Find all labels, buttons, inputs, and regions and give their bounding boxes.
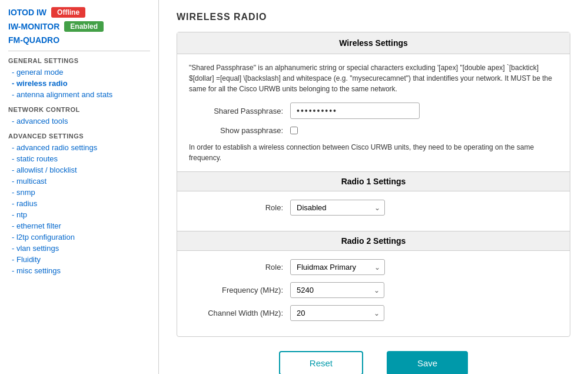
- sidebar-item-misc-settings[interactable]: - misc settings: [8, 265, 150, 276]
- sidebar-item-antenna[interactable]: - antenna alignment and stats: [8, 89, 150, 100]
- passphrase-input[interactable]: [290, 102, 420, 119]
- sidebar-item-ethernet-filter[interactable]: - ethernet filter: [8, 220, 150, 231]
- radio1-body: Role: Disabled Fluidmax Primary Fluidmax…: [177, 191, 570, 231]
- passphrase-row: Shared Passphrase:: [189, 102, 558, 119]
- device-name-iotod[interactable]: IOTOD IW: [8, 8, 46, 17]
- show-passphrase-row: Show passphrase:: [189, 126, 558, 135]
- radio2-frequency-label: Frequency (MHz):: [189, 286, 283, 294]
- radio1-header: Radio 1 Settings: [177, 171, 570, 191]
- page-title: WIRELESS RADIO: [177, 12, 570, 22]
- device-name-iwmonitor[interactable]: IW-MONITOR: [8, 22, 59, 31]
- show-passphrase-label: Show passphrase:: [189, 126, 283, 135]
- sidebar-item-radius[interactable]: - radius: [8, 198, 150, 209]
- sidebar-item-allowlist-blocklist[interactable]: - allowlist / blocklist: [8, 164, 150, 176]
- sidebar-item-l2tp[interactable]: - l2tp configuration: [8, 231, 150, 243]
- radio1-role-select-wrapper: Disabled Fluidmax Primary Fluidmax Secon…: [290, 200, 385, 216]
- sidebar-item-advanced-radio-settings[interactable]: - advanced radio settings: [8, 142, 150, 153]
- radio2-channel-width-label: Channel Width (MHz):: [189, 309, 283, 317]
- radio1-role-select[interactable]: Disabled Fluidmax Primary Fluidmax Secon…: [290, 200, 385, 216]
- device-badge-iwmonitor: Enabled: [64, 21, 104, 32]
- reset-button[interactable]: Reset: [279, 351, 363, 374]
- sidebar-item-general-mode[interactable]: - general mode: [8, 67, 150, 78]
- passphrase-description: "Shared Passphrase" is an alphanumeric s…: [189, 62, 558, 94]
- show-passphrase-checkbox[interactable]: [290, 127, 298, 134]
- section-label-network: NETWORK CONTROL: [8, 106, 150, 113]
- wireless-settings-header: Wireless Settings: [177, 32, 570, 54]
- sidebar-item-static-routes[interactable]: - static routes: [8, 153, 150, 164]
- radio2-frequency-select[interactable]: 5180 5200 5220 5240 5260 5280 5300 5320: [290, 282, 384, 298]
- sidebar-item-snmp[interactable]: - snmp: [8, 187, 150, 198]
- connection-info-text: In order to establish a wireless connect…: [189, 142, 558, 163]
- button-row: Reset Save: [177, 351, 570, 374]
- sidebar-divider-1: [8, 51, 150, 51]
- radio1-role-row: Role: Disabled Fluidmax Primary Fluidmax…: [189, 200, 558, 216]
- radio2-role-select[interactable]: Disabled Fluidmax Primary Fluidmax Secon…: [290, 259, 385, 275]
- section-label-advanced: ADVANCED SETTINGS: [8, 133, 150, 140]
- wireless-settings-card: Wireless Settings "Shared Passphrase" is…: [177, 32, 570, 337]
- radio2-header: Radio 2 Settings: [177, 231, 570, 251]
- radio2-frequency-row: Frequency (MHz): 5180 5200 5220 5240 526…: [189, 282, 558, 298]
- radio2-role-label: Role:: [189, 263, 283, 272]
- sidebar: IOTOD IW Offline IW-MONITOR Enabled FM-Q…: [0, 0, 159, 374]
- device-name-fmquadro[interactable]: FM-QUADRO: [8, 35, 59, 45]
- device-iw-monitor: IW-MONITOR Enabled: [8, 21, 150, 32]
- sidebar-item-vlan-settings[interactable]: - vlan settings: [8, 243, 150, 254]
- radio2-channel-width-row: Channel Width (MHz): 20 40 80 ⌄: [189, 305, 558, 321]
- device-fm-quadro: FM-QUADRO: [8, 35, 150, 45]
- sidebar-item-fluidity[interactable]: - Fluidity: [8, 254, 150, 265]
- save-button[interactable]: Save: [387, 351, 468, 374]
- show-passphrase-checkbox-label: [290, 127, 298, 134]
- radio1-role-label: Role:: [189, 203, 283, 212]
- section-label-general: GENERAL SETTINGS: [8, 57, 150, 64]
- sidebar-item-ntp[interactable]: - ntp: [8, 209, 150, 220]
- radio2-role-select-wrapper: Disabled Fluidmax Primary Fluidmax Secon…: [290, 259, 385, 275]
- passphrase-label: Shared Passphrase:: [189, 107, 283, 115]
- device-iotod-iw: IOTOD IW Offline: [8, 7, 150, 18]
- sidebar-item-multicast[interactable]: - multicast: [8, 176, 150, 187]
- radio2-frequency-select-wrapper: 5180 5200 5220 5240 5260 5280 5300 5320 …: [290, 282, 384, 298]
- main-content: WIRELESS RADIO Wireless Settings "Shared…: [159, 0, 588, 374]
- sidebar-item-wireless-radio[interactable]: - wireless radio: [8, 78, 150, 89]
- wireless-settings-body: "Shared Passphrase" is an alphanumeric s…: [177, 54, 570, 171]
- sidebar-item-advanced-tools[interactable]: - advanced tools: [8, 115, 150, 127]
- radio2-body: Role: Disabled Fluidmax Primary Fluidmax…: [177, 251, 570, 336]
- radio2-channel-width-select[interactable]: 20 40 80: [290, 305, 384, 321]
- radio2-channel-width-select-wrapper: 20 40 80 ⌄: [290, 305, 384, 321]
- radio2-role-row: Role: Disabled Fluidmax Primary Fluidmax…: [189, 259, 558, 275]
- device-badge-iotod: Offline: [51, 7, 85, 18]
